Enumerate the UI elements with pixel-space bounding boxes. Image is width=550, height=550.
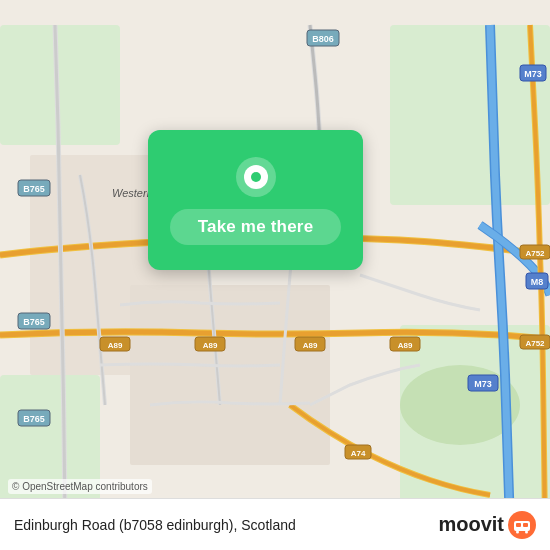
navigation-card: Take me there [148, 130, 363, 270]
attribution-text: © OpenStreetMap contributors [12, 481, 148, 492]
moovit-wordmark: moovit [438, 513, 504, 536]
svg-rect-10 [130, 285, 330, 465]
svg-rect-48 [523, 523, 528, 527]
svg-text:A89: A89 [203, 341, 218, 350]
svg-text:A74: A74 [351, 449, 366, 458]
svg-text:A89: A89 [108, 341, 123, 350]
svg-text:B765: B765 [23, 184, 45, 194]
location-label: Edinburgh Road (b7058 edinburgh), Scotla… [14, 517, 438, 533]
moovit-logo: moovit [438, 511, 536, 539]
svg-text:M73: M73 [474, 379, 492, 389]
take-me-there-button[interactable]: Take me there [170, 209, 342, 245]
location-pin-icon [234, 155, 278, 199]
moovit-bus-icon [508, 511, 536, 539]
map-background: B806 M73 B765 A8 B765 A89 A89 A89 A89 M7… [0, 0, 550, 550]
svg-text:A752: A752 [525, 339, 545, 348]
svg-text:M8: M8 [531, 277, 544, 287]
svg-text:B765: B765 [23, 414, 45, 424]
svg-text:B806: B806 [312, 34, 334, 44]
svg-point-44 [251, 172, 261, 182]
svg-text:M73: M73 [524, 69, 542, 79]
osm-attribution: © OpenStreetMap contributors [8, 479, 152, 494]
svg-point-49 [516, 530, 519, 533]
svg-text:B765: B765 [23, 317, 45, 327]
svg-text:A89: A89 [303, 341, 318, 350]
svg-rect-4 [390, 25, 550, 205]
svg-rect-47 [516, 523, 521, 527]
bottom-info-bar: Edinburgh Road (b7058 edinburgh), Scotla… [0, 498, 550, 550]
map-container: B806 M73 B765 A8 B765 A89 A89 A89 A89 M7… [0, 0, 550, 550]
svg-point-50 [525, 530, 528, 533]
svg-text:A89: A89 [398, 341, 413, 350]
svg-text:A752: A752 [525, 249, 545, 258]
